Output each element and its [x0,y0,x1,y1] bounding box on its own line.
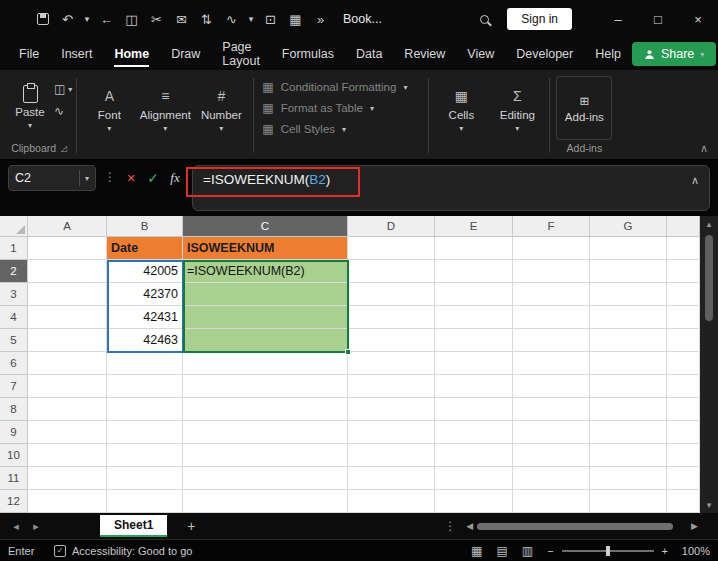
cell-E7[interactable] [435,375,513,398]
mail-icon[interactable]: ✉ [169,6,194,32]
cell-C7[interactable] [183,375,348,398]
col-header-E[interactable]: E [435,216,513,237]
cell-B7[interactable] [107,375,183,398]
cell-B4[interactable]: 42431 [107,306,183,329]
cell-F9[interactable] [513,421,590,444]
cell-G6[interactable] [590,352,667,375]
cell-B12[interactable] [107,490,183,513]
cell-B8[interactable] [107,398,183,421]
tab-view[interactable]: View [456,38,505,70]
cells-group-button[interactable]: ▦ Cells ▾ [433,74,489,157]
minimize-button[interactable]: – [598,0,638,38]
cell-E4[interactable] [435,306,513,329]
cell-A10[interactable] [28,444,107,467]
cell-F5[interactable] [513,329,590,352]
scroll-left-icon[interactable]: ◀ [466,521,473,531]
cell-G5[interactable] [590,329,667,352]
cell-styles-button[interactable]: ▦ Cell Styles ▾ [262,122,420,136]
cell-E10[interactable] [435,444,513,467]
cell-G11[interactable] [590,467,667,490]
cell-B2[interactable]: 42005 [107,260,183,283]
cell-partial-r3[interactable] [667,283,700,306]
back-icon[interactable]: ← [94,6,119,32]
tab-review[interactable]: Review [393,38,456,70]
name-box[interactable]: C2 ▾ [8,165,96,191]
maximize-button[interactable]: □ [638,0,678,38]
select-all-corner[interactable] [0,216,28,237]
cell-G2[interactable] [590,260,667,283]
editing-group-button[interactable]: Σ Editing ▾ [489,74,545,157]
save-icon[interactable] [30,6,55,32]
cell-D11[interactable] [348,467,435,490]
alignment-group-button[interactable]: ≡ Alignment ▾ [137,74,193,157]
cell-partial-r2[interactable] [667,260,700,283]
tab-file[interactable]: File [8,38,50,70]
cell-B3[interactable]: 42370 [107,283,183,306]
cell-F4[interactable] [513,306,590,329]
cell-A5[interactable] [28,329,107,352]
copy-button[interactable]: ◫▾ [54,82,72,96]
zoom-slider-thumb[interactable] [606,546,610,556]
row-header-5[interactable]: 5 [0,329,28,352]
tab-page-layout[interactable]: Page Layout [211,38,271,70]
cell-partial-r5[interactable] [667,329,700,352]
cell-E6[interactable] [435,352,513,375]
cell-E3[interactable] [435,283,513,306]
cell-E1[interactable] [435,237,513,260]
cell-A3[interactable] [28,283,107,306]
row-header-9[interactable]: 9 [0,421,28,444]
vertical-scrollbar[interactable]: ▴ ▾ [700,216,718,513]
tab-data[interactable]: Data [345,38,393,70]
cell-A11[interactable] [28,467,107,490]
col-header-D[interactable]: D [348,216,435,237]
cell-D4[interactable] [348,306,435,329]
row-header-10[interactable]: 10 [0,444,28,467]
cell-F8[interactable] [513,398,590,421]
cell-B5[interactable]: 42463 [107,329,183,352]
cell-C10[interactable] [183,444,348,467]
formula-input[interactable]: =ISOWEEKNUM(B2) ∧ [192,165,710,211]
cell-A8[interactable] [28,398,107,421]
cell-G1[interactable] [590,237,667,260]
cell-C8[interactable] [183,398,348,421]
cell-G3[interactable] [590,283,667,306]
cell-B1[interactable]: Date [107,237,183,260]
row-header-12[interactable]: 12 [0,490,28,513]
cell-D2[interactable] [348,260,435,283]
tab-home[interactable]: Home [103,38,160,70]
sign-in-button[interactable]: Sign in [507,8,572,30]
cell-A7[interactable] [28,375,107,398]
cell-A1[interactable] [28,237,107,260]
cell-C12[interactable] [183,490,348,513]
cell-E9[interactable] [435,421,513,444]
row-header-8[interactable]: 8 [0,398,28,421]
col-header-A[interactable]: A [28,216,107,237]
row-header-4[interactable]: 4 [0,306,28,329]
page-layout-view-icon[interactable]: ▤ [496,544,507,558]
cell-C2[interactable]: =ISOWEEKNUM(B2) [183,260,348,283]
cell-C5[interactable] [183,329,348,352]
undo-icon[interactable]: ↶ [55,6,80,32]
row-header-1[interactable]: 1 [0,237,28,260]
vertical-scroll-thumb[interactable] [705,235,713,321]
cell-D6[interactable] [348,352,435,375]
cell-partial-r11[interactable] [667,467,700,490]
cell-E11[interactable] [435,467,513,490]
col-header-G[interactable]: G [590,216,667,237]
normal-view-icon[interactable]: ▦ [471,544,482,558]
collapse-ribbon-icon[interactable]: ∧ [700,142,708,155]
search-icon[interactable] [472,6,497,32]
cell-G10[interactable] [590,444,667,467]
cell-D9[interactable] [348,421,435,444]
cell-D1[interactable] [348,237,435,260]
tab-insert[interactable]: Insert [50,38,103,70]
row-header-7[interactable]: 7 [0,375,28,398]
undo-dropdown-icon[interactable]: ▾ [80,6,94,32]
cell-E2[interactable] [435,260,513,283]
tab-formulas[interactable]: Formulas [271,38,345,70]
dialog-launcher-icon[interactable]: ◿ [61,144,67,153]
addins-button[interactable]: ⊞ Add-ins [556,76,612,140]
cell-partial-r12[interactable] [667,490,700,513]
cell-B11[interactable] [107,467,183,490]
row-header-11[interactable]: 11 [0,467,28,490]
